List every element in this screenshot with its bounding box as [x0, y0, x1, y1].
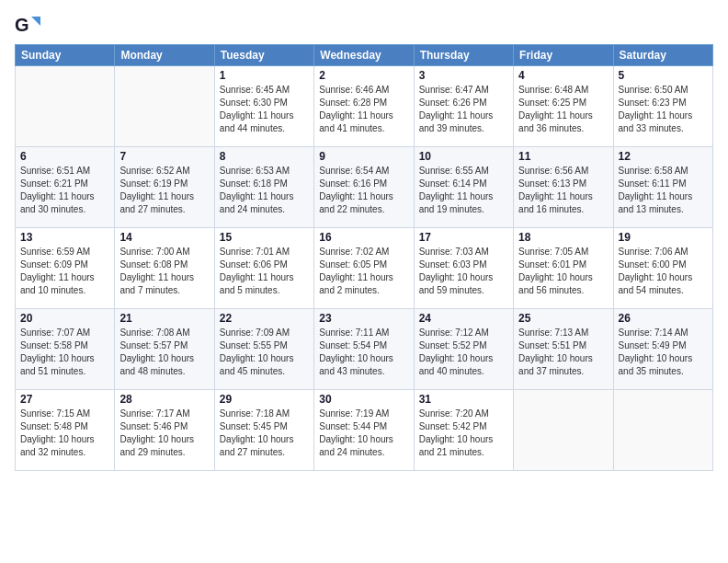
calendar-day-cell: 19Sunrise: 7:06 AM Sunset: 6:00 PM Dayli… — [613, 228, 712, 309]
day-number: 15 — [220, 231, 309, 244]
logo-icon: G — [15, 13, 40, 39]
day-detail: Sunrise: 7:08 AM Sunset: 5:57 PM Dayligh… — [119, 327, 209, 378]
day-detail: Sunrise: 6:51 AM Sunset: 6:21 PM Dayligh… — [20, 165, 109, 216]
svg-marker-1 — [31, 17, 40, 26]
calendar-day-cell: 13Sunrise: 6:59 AM Sunset: 6:09 PM Dayli… — [16, 228, 115, 309]
calendar-header-cell: Wednesday — [314, 45, 414, 66]
day-number: 5 — [619, 69, 708, 82]
day-detail: Sunrise: 7:17 AM Sunset: 5:46 PM Dayligh… — [119, 408, 209, 459]
day-number: 1 — [220, 69, 309, 82]
day-detail: Sunrise: 7:05 AM Sunset: 6:01 PM Dayligh… — [518, 246, 608, 297]
day-detail: Sunrise: 6:56 AM Sunset: 6:13 PM Dayligh… — [518, 165, 608, 216]
calendar-day-cell: 26Sunrise: 7:14 AM Sunset: 5:49 PM Dayli… — [613, 309, 712, 390]
calendar-week-row: 13Sunrise: 6:59 AM Sunset: 6:09 PM Dayli… — [16, 228, 713, 309]
day-detail: Sunrise: 7:09 AM Sunset: 5:55 PM Dayligh… — [220, 327, 309, 378]
day-detail: Sunrise: 7:18 AM Sunset: 5:45 PM Dayligh… — [220, 408, 309, 459]
day-detail: Sunrise: 7:03 AM Sunset: 6:03 PM Dayligh… — [419, 246, 508, 297]
calendar-header-cell: Saturday — [613, 45, 712, 66]
calendar-day-cell: 10Sunrise: 6:55 AM Sunset: 6:14 PM Dayli… — [414, 147, 513, 228]
calendar-day-cell: 22Sunrise: 7:09 AM Sunset: 5:55 PM Dayli… — [214, 309, 313, 390]
day-detail: Sunrise: 6:45 AM Sunset: 6:30 PM Dayligh… — [220, 84, 309, 135]
calendar-body: 1Sunrise: 6:45 AM Sunset: 6:30 PM Daylig… — [16, 66, 713, 471]
day-number: 6 — [20, 150, 109, 163]
day-detail: Sunrise: 7:06 AM Sunset: 6:00 PM Dayligh… — [619, 246, 708, 297]
calendar-day-cell: 4Sunrise: 6:48 AM Sunset: 6:25 PM Daylig… — [514, 66, 613, 147]
day-number: 24 — [419, 312, 508, 325]
day-number: 13 — [20, 231, 109, 244]
day-number: 14 — [119, 231, 209, 244]
day-detail: Sunrise: 7:00 AM Sunset: 6:08 PM Dayligh… — [119, 246, 209, 297]
calendar-day-cell — [613, 390, 712, 471]
day-number: 19 — [619, 231, 708, 244]
day-number: 3 — [419, 69, 508, 82]
day-detail: Sunrise: 6:47 AM Sunset: 6:26 PM Dayligh… — [419, 84, 508, 135]
calendar-day-cell: 12Sunrise: 6:58 AM Sunset: 6:11 PM Dayli… — [613, 147, 712, 228]
day-number: 9 — [319, 150, 408, 163]
day-detail: Sunrise: 7:01 AM Sunset: 6:06 PM Dayligh… — [220, 246, 309, 297]
calendar-day-cell: 30Sunrise: 7:19 AM Sunset: 5:44 PM Dayli… — [314, 390, 414, 471]
day-number: 12 — [619, 150, 708, 163]
day-number: 29 — [220, 393, 309, 406]
calendar-day-cell: 21Sunrise: 7:08 AM Sunset: 5:57 PM Dayli… — [115, 309, 214, 390]
calendar: SundayMondayTuesdayWednesdayThursdayFrid… — [15, 44, 713, 471]
calendar-day-cell: 20Sunrise: 7:07 AM Sunset: 5:58 PM Dayli… — [16, 309, 115, 390]
day-detail: Sunrise: 7:20 AM Sunset: 5:42 PM Dayligh… — [419, 408, 508, 459]
day-number: 27 — [20, 393, 109, 406]
day-number: 4 — [518, 69, 608, 82]
day-number: 23 — [319, 312, 408, 325]
day-detail: Sunrise: 7:11 AM Sunset: 5:54 PM Dayligh… — [319, 327, 408, 378]
day-detail: Sunrise: 7:12 AM Sunset: 5:52 PM Dayligh… — [419, 327, 508, 378]
day-detail: Sunrise: 6:53 AM Sunset: 6:18 PM Dayligh… — [220, 165, 309, 216]
day-number: 26 — [619, 312, 708, 325]
calendar-header-cell: Thursday — [414, 45, 513, 66]
calendar-day-cell: 23Sunrise: 7:11 AM Sunset: 5:54 PM Dayli… — [314, 309, 414, 390]
day-number: 21 — [119, 312, 209, 325]
calendar-day-cell: 7Sunrise: 6:52 AM Sunset: 6:19 PM Daylig… — [115, 147, 214, 228]
calendar-header-cell: Sunday — [16, 45, 115, 66]
day-number: 11 — [518, 150, 608, 163]
day-number: 22 — [220, 312, 309, 325]
day-detail: Sunrise: 7:14 AM Sunset: 5:49 PM Dayligh… — [619, 327, 708, 378]
day-detail: Sunrise: 6:50 AM Sunset: 6:23 PM Dayligh… — [619, 84, 708, 135]
day-number: 20 — [20, 312, 109, 325]
calendar-day-cell — [16, 66, 115, 147]
day-detail: Sunrise: 6:54 AM Sunset: 6:16 PM Dayligh… — [319, 165, 408, 216]
day-detail: Sunrise: 7:07 AM Sunset: 5:58 PM Dayligh… — [20, 327, 109, 378]
day-number: 30 — [319, 393, 408, 406]
day-number: 8 — [220, 150, 309, 163]
calendar-header-row: SundayMondayTuesdayWednesdayThursdayFrid… — [16, 45, 713, 66]
calendar-day-cell: 14Sunrise: 7:00 AM Sunset: 6:08 PM Dayli… — [115, 228, 214, 309]
svg-text:G: G — [15, 15, 29, 35]
calendar-week-row: 20Sunrise: 7:07 AM Sunset: 5:58 PM Dayli… — [16, 309, 713, 390]
calendar-day-cell: 8Sunrise: 6:53 AM Sunset: 6:18 PM Daylig… — [214, 147, 313, 228]
day-number: 31 — [419, 393, 508, 406]
calendar-day-cell: 18Sunrise: 7:05 AM Sunset: 6:01 PM Dayli… — [514, 228, 613, 309]
calendar-day-cell: 16Sunrise: 7:02 AM Sunset: 6:05 PM Dayli… — [314, 228, 414, 309]
day-number: 10 — [419, 150, 508, 163]
page-header: G — [15, 9, 713, 39]
calendar-header-cell: Friday — [514, 45, 613, 66]
calendar-header-cell: Monday — [115, 45, 214, 66]
calendar-day-cell — [115, 66, 214, 147]
day-detail: Sunrise: 6:59 AM Sunset: 6:09 PM Dayligh… — [20, 246, 109, 297]
calendar-day-cell: 1Sunrise: 6:45 AM Sunset: 6:30 PM Daylig… — [214, 66, 313, 147]
day-detail: Sunrise: 6:52 AM Sunset: 6:19 PM Dayligh… — [119, 165, 209, 216]
calendar-day-cell: 9Sunrise: 6:54 AM Sunset: 6:16 PM Daylig… — [314, 147, 414, 228]
calendar-day-cell: 15Sunrise: 7:01 AM Sunset: 6:06 PM Dayli… — [214, 228, 313, 309]
calendar-day-cell: 25Sunrise: 7:13 AM Sunset: 5:51 PM Dayli… — [514, 309, 613, 390]
calendar-day-cell: 2Sunrise: 6:46 AM Sunset: 6:28 PM Daylig… — [314, 66, 414, 147]
calendar-day-cell: 3Sunrise: 6:47 AM Sunset: 6:26 PM Daylig… — [414, 66, 513, 147]
calendar-week-row: 1Sunrise: 6:45 AM Sunset: 6:30 PM Daylig… — [16, 66, 713, 147]
calendar-header-cell: Tuesday — [214, 45, 313, 66]
calendar-day-cell: 29Sunrise: 7:18 AM Sunset: 5:45 PM Dayli… — [214, 390, 313, 471]
day-detail: Sunrise: 6:48 AM Sunset: 6:25 PM Dayligh… — [518, 84, 608, 135]
day-number: 28 — [119, 393, 209, 406]
day-number: 16 — [319, 231, 408, 244]
logo: G — [15, 13, 44, 39]
day-detail: Sunrise: 7:13 AM Sunset: 5:51 PM Dayligh… — [518, 327, 608, 378]
day-number: 17 — [419, 231, 508, 244]
day-detail: Sunrise: 7:15 AM Sunset: 5:48 PM Dayligh… — [20, 408, 109, 459]
day-detail: Sunrise: 6:58 AM Sunset: 6:11 PM Dayligh… — [619, 165, 708, 216]
day-number: 2 — [319, 69, 408, 82]
day-detail: Sunrise: 6:46 AM Sunset: 6:28 PM Dayligh… — [319, 84, 408, 135]
